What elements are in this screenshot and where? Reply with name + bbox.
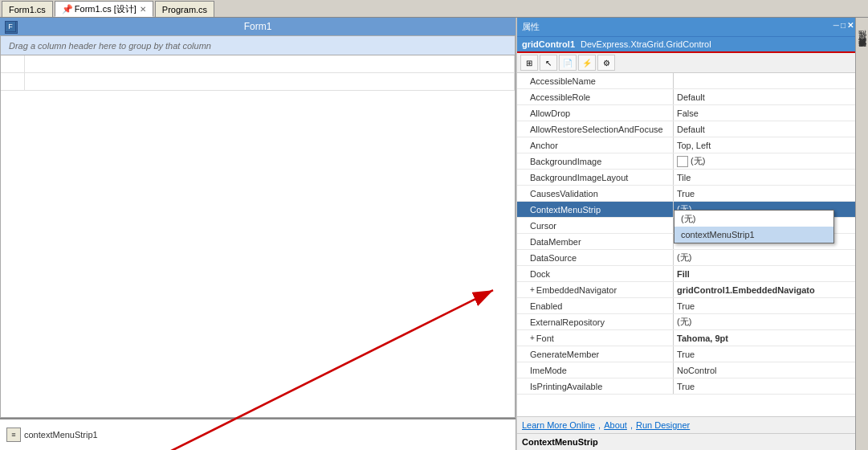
component-tray: ≡ contextMenuStrip1 <box>0 418 516 450</box>
prop-name: IsPrintingAvailable <box>517 378 674 394</box>
grid-cell-indicator <box>1 55 25 72</box>
grid-cell-indicator2 <box>1 73 25 90</box>
maximize-icon[interactable]: □ <box>841 21 846 30</box>
form-title-bar: F Form1 <box>0 18 516 35</box>
prop-value: Fill <box>674 266 868 281</box>
dropdown-option-none[interactable]: (无) <box>674 211 833 227</box>
tab-programcs[interactable]: Program.cs <box>155 1 214 17</box>
prop-row-bgimage[interactable]: BackgroundImage (无) <box>517 153 868 170</box>
prop-name: CausesValidation <box>517 186 674 201</box>
component-icon: ≡ <box>6 428 21 442</box>
form-icon: F <box>5 21 16 32</box>
prop-row-anchor[interactable]: Anchor Top, Left <box>517 137 868 153</box>
prop-value: False <box>674 105 868 121</box>
prop-name: BackgroundImageLayout <box>517 170 674 185</box>
prop-row-isprintingavailable[interactable]: IsPrintingAvailable True <box>517 378 868 395</box>
control-name: gridControl1 DevExpress.XtraGrid.GridCon… <box>522 39 711 49</box>
toolbar-page-btn[interactable]: 📄 <box>559 55 577 71</box>
prop-row-causesvalidation[interactable]: CausesValidation True <box>517 186 868 202</box>
side-tabs: 属性 解决方案资源管理器 <box>855 18 868 450</box>
prop-name: AllowDrop <box>517 105 674 121</box>
expand-icon: + <box>530 285 535 294</box>
prop-value: gridControl1.EmbeddedNavigato <box>674 282 868 297</box>
tab-close-icon[interactable]: ✕ <box>140 5 146 14</box>
prop-value: Tile <box>674 170 868 185</box>
prop-row-allowdrop[interactable]: AllowDrop False <box>517 105 868 121</box>
grid-cell-data2 <box>25 73 515 90</box>
prop-name: AccessibleName <box>517 73 674 88</box>
grid-row-1 <box>1 55 515 73</box>
prop-row-accessiblename[interactable]: AccessibleName <box>517 73 868 89</box>
tab-form1-design[interactable]: 📌 Form1.cs [设计] ✕ <box>55 1 153 17</box>
props-description: ContextMenuStrip <box>517 433 868 450</box>
design-panel: F Form1 Drag a column header here to gro… <box>0 18 516 450</box>
prop-value: Tahoma, 9pt <box>674 330 868 346</box>
tab-form1cs[interactable]: Form1.cs <box>2 1 53 17</box>
component-item-contextmenu[interactable]: ≡ contextMenuStrip1 <box>6 428 98 442</box>
run-designer-link[interactable]: Run Designer <box>636 420 690 430</box>
component-label: contextMenuStrip1 <box>24 430 98 440</box>
toolbar-gear-btn[interactable]: ⚙ <box>597 55 615 71</box>
prop-value: NoControl <box>674 362 868 378</box>
toolbar-cursor-btn[interactable]: ↖ <box>540 55 557 71</box>
prop-row-datasource[interactable]: DataSource (无) <box>517 250 868 266</box>
prop-row-bgimagelayout[interactable]: BackgroundImageLayout Tile <box>517 170 868 186</box>
prop-value: Top, Left <box>674 137 868 153</box>
prop-value: Default <box>674 121 868 137</box>
prop-name: DataMember <box>517 234 674 249</box>
main-area: F Form1 Drag a column header here to gro… <box>0 18 868 450</box>
prop-name: DataSource <box>517 250 674 265</box>
prop-name: BackgroundImage <box>517 153 674 169</box>
control-name-bar: gridControl1 DevExpress.XtraGrid.GridCon… <box>517 37 868 53</box>
prop-name: Anchor <box>517 137 674 153</box>
props-window-controls: ─ □ ✕ <box>833 21 854 30</box>
side-tab-properties[interactable]: 属性 <box>855 42 869 48</box>
prop-value: True <box>674 378 868 394</box>
prop-row-embeddednav[interactable]: + EmbeddedNavigator gridControl1.Embedde… <box>517 282 868 298</box>
prop-row-generatemember[interactable]: GenerateMember True <box>517 346 868 362</box>
grid-area[interactable]: Drag a column header here to group by th… <box>0 35 516 418</box>
prop-row-accessiblerole[interactable]: AccessibleRole Default <box>517 89 868 105</box>
grid-body <box>1 55 515 417</box>
toolbar-grid-btn[interactable]: ⊞ <box>520 55 538 71</box>
prop-row-dock[interactable]: Dock Fill <box>517 266 868 282</box>
toolbar-lightning-btn[interactable]: ⚡ <box>578 55 596 71</box>
prop-name: ImeMode <box>517 362 674 378</box>
prop-value: (无) <box>674 314 868 329</box>
prop-row-allowrestore[interactable]: AllowRestoreSelectionAndFocuse Default <box>517 121 868 137</box>
about-link[interactable]: About <box>604 420 627 430</box>
properties-panel: 属性 ─ □ ✕ gridControl1 DevExpress.XtraGri… <box>516 18 868 450</box>
prop-row-enabled[interactable]: Enabled True <box>517 298 868 314</box>
props-footer: Learn More Online, About, Run Designer <box>517 416 868 433</box>
prop-value: Default <box>674 89 868 104</box>
prop-row-font[interactable]: + Font Tahoma, 9pt <box>517 330 868 346</box>
prop-name: ExternalRepository <box>517 314 674 329</box>
properties-title: 属性 <box>522 22 540 31</box>
dropdown-option-contextmenu1[interactable]: contextMenuStrip1 <box>674 227 833 243</box>
minimize-icon[interactable]: ─ <box>833 21 839 30</box>
side-tab-explorer[interactable]: 解决方案资源管理器 <box>855 50 869 56</box>
prop-name: Cursor <box>517 218 674 233</box>
prop-name: Dock <box>517 266 674 281</box>
prop-name: AllowRestoreSelectionAndFocuse <box>517 121 674 137</box>
tab-bar: Form1.cs 📌 Form1.cs [设计] ✕ Program.cs <box>0 0 868 18</box>
prop-value <box>674 73 868 88</box>
prop-name: ContextMenuStrip <box>517 202 674 217</box>
prop-value: True <box>674 298 868 313</box>
close-icon[interactable]: ✕ <box>847 21 854 30</box>
prop-name: Enabled <box>517 298 674 313</box>
grid-header-band: Drag a column header here to group by th… <box>1 36 515 55</box>
design-panel-wrapper: Drag a column header here to group by th… <box>0 35 516 450</box>
grid-cell-data <box>25 55 515 72</box>
prop-value: True <box>674 346 868 362</box>
learn-more-link[interactable]: Learn More Online <box>522 420 595 430</box>
expand-icon: + <box>530 333 535 342</box>
prop-name: GenerateMember <box>517 346 674 362</box>
prop-row-externalrepo[interactable]: ExternalRepository (无) <box>517 314 868 330</box>
prop-name: AccessibleRole <box>517 89 674 104</box>
prop-value: (无) <box>674 153 868 169</box>
dropdown-popup: (无) contextMenuStrip1 <box>674 210 834 243</box>
prop-name: + Font <box>517 330 674 346</box>
prop-row-imemode[interactable]: ImeMode NoControl <box>517 362 868 378</box>
pin-icon: 📌 <box>62 4 73 14</box>
